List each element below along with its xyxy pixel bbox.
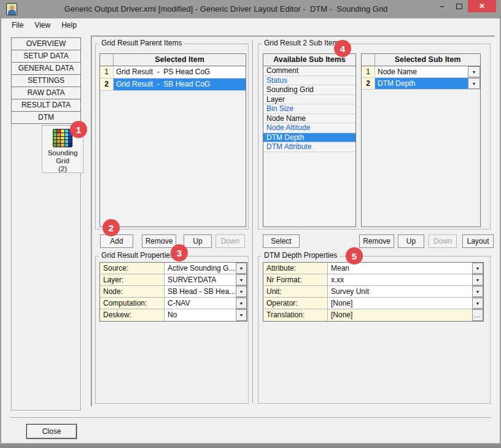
available-sub-items-list: Available Sub Items Comment Status Sound… (263, 53, 356, 227)
sidebar-item-overview[interactable]: OVERVIEW (11, 37, 81, 50)
dropdown-button[interactable]: ▼ (472, 286, 483, 297)
row-label: DTM Depth (375, 78, 468, 89)
parent-item-row[interactable]: 1 Grid Result - PS Head CoG (100, 66, 246, 79)
list-item[interactable]: Layer (263, 95, 355, 105)
property-value[interactable]: Survey Unit (328, 286, 472, 297)
dropdown-button[interactable]: ▼ (468, 66, 480, 77)
group-label-parent-items: Grid Result Parent Items (99, 39, 184, 47)
property-label: Attribute: (263, 263, 328, 274)
property-label: Nr Format: (263, 274, 328, 285)
list-item[interactable]: Status (263, 76, 355, 86)
dropdown-button[interactable]: ▼ (472, 274, 483, 285)
sidebar-item-setup-data[interactable]: SETUP DATA (11, 50, 81, 63)
grid-result-properties-table: Source: Active Sounding G... ▼ Layer: SU… (99, 262, 247, 322)
sidebar-item-raw-data[interactable]: RAW DATA (11, 87, 81, 99)
selected-sub-item-row[interactable]: 1 Node Name ▼ (362, 66, 480, 78)
remove-sub-button[interactable]: Remove (359, 234, 394, 248)
group-label-dtm-depth-properties: DTM Depth Properties (262, 251, 340, 260)
property-row: Deskew: No ▼ (100, 309, 247, 321)
dropdown-button[interactable]: ▼ (236, 298, 247, 309)
sidebar-item-settings[interactable]: SETTINGS (11, 74, 81, 87)
property-label: Unit: (263, 286, 328, 297)
property-value[interactable]: Active Sounding G... (165, 263, 236, 274)
property-row: Computation: C-NAV ▼ (100, 298, 247, 309)
menu-item-file[interactable]: File (6, 18, 29, 32)
callout-badge-5: 5 (346, 247, 363, 265)
chevron-down-icon: ▼ (476, 266, 480, 271)
list-item[interactable]: Comment (263, 66, 355, 76)
chevron-down-icon: ▼ (472, 82, 476, 86)
chevron-down-icon: ▼ (476, 301, 480, 306)
chevron-down-icon: ▼ (239, 313, 244, 317)
callout-badge-3: 3 (171, 244, 188, 261)
row-label: Node Name (375, 66, 468, 77)
minimize-button[interactable]: – (433, 0, 451, 12)
dropdown-button[interactable]: ▼ (472, 298, 483, 309)
app-icon-head (10, 6, 14, 10)
property-value[interactable]: SURVEYDATA (165, 274, 236, 285)
up-button[interactable]: Up (184, 234, 212, 248)
list-item[interactable]: Node Name (263, 114, 355, 124)
property-row: Layer: SURVEYDATA ▼ (100, 274, 247, 286)
dropdown-button[interactable]: ▼ (468, 78, 480, 89)
menubar: File View Help (1, 18, 500, 32)
property-value[interactable]: x.xx (328, 274, 472, 285)
chevron-down-icon: ▼ (472, 70, 476, 74)
dropdown-button[interactable]: ▼ (236, 274, 247, 285)
property-label: Deskew: (100, 309, 165, 321)
property-row: Attribute: Mean ▼ (263, 263, 483, 274)
property-value[interactable]: C-NAV (165, 298, 236, 309)
list-item[interactable]: DTM Depth (263, 133, 355, 143)
up-sub-button[interactable]: Up (398, 234, 424, 248)
menu-item-view[interactable]: View (29, 18, 56, 32)
dropdown-button[interactable]: ▼ (236, 263, 247, 274)
menu-item-help[interactable]: Help (56, 18, 82, 32)
list-item[interactable]: Node Altitude (263, 123, 355, 133)
property-value[interactable]: [None] (328, 309, 472, 321)
chevron-down-icon: ▼ (239, 266, 244, 271)
property-label: Operator: (263, 298, 328, 309)
add-button[interactable]: Add (100, 234, 133, 248)
list-item[interactable]: Bin Size (263, 104, 355, 114)
property-label: Layer: (100, 274, 165, 285)
close-dialog-button[interactable]: Close (26, 424, 77, 439)
dropdown-button[interactable]: ▼ (472, 263, 483, 274)
chevron-down-icon: ▼ (476, 278, 480, 282)
app-icon-body (8, 10, 16, 15)
chevron-down-icon: ▼ (239, 290, 244, 294)
maximize-icon (456, 4, 462, 9)
property-row: Node: SB Head - SB Hea... ▼ (100, 286, 247, 298)
property-value[interactable]: [None] (328, 298, 472, 309)
list-item[interactable]: DTM Attribute (263, 142, 355, 152)
property-row: Translation: [None] ... (263, 309, 483, 321)
parent-item-row[interactable]: 2 Grid Result - SB Head CoG (100, 79, 246, 91)
chevron-down-icon: ▼ (239, 301, 244, 306)
maximize-button[interactable] (451, 0, 468, 12)
selected-sub-item-row[interactable]: 2 DTM Depth ▼ (362, 78, 480, 90)
group-label-grid-result-properties: Grid Result Properties (99, 251, 176, 260)
down-button[interactable]: Down (216, 234, 245, 248)
dropdown-button[interactable]: ▼ (236, 309, 247, 321)
dropdown-button[interactable]: ▼ (236, 286, 247, 297)
ellipsis-button[interactable]: ... (472, 309, 483, 321)
property-value[interactable]: Mean (328, 263, 472, 274)
chevron-down-icon: ▼ (239, 278, 244, 282)
property-value[interactable]: SB Head - SB Hea... (165, 286, 236, 297)
sidebar-item-dtm[interactable]: DTM (11, 111, 81, 124)
property-row: Operator: [None] ▼ (263, 298, 483, 309)
footer-divider (10, 417, 491, 419)
close-window-button[interactable]: ✕ (468, 0, 496, 12)
sidebar-item-result-data[interactable]: RESULT DATA (11, 99, 81, 112)
list-item[interactable]: Sounding Grid (263, 85, 355, 95)
chevron-down-icon: ▼ (476, 290, 480, 294)
down-sub-button[interactable]: Down (429, 234, 457, 248)
select-button[interactable]: Select (263, 234, 300, 248)
layout-button[interactable]: Layout (462, 234, 494, 248)
remove-button[interactable]: Remove (142, 234, 176, 248)
sidebar-item-general-data[interactable]: GENERAL DATA (11, 62, 81, 75)
column-header: Selected Sub Item (375, 54, 480, 66)
panel-divider (252, 39, 254, 403)
property-value[interactable]: No (165, 309, 236, 321)
module-count: (2) (42, 165, 83, 173)
property-row: Nr Format: x.xx ▼ (263, 274, 483, 286)
